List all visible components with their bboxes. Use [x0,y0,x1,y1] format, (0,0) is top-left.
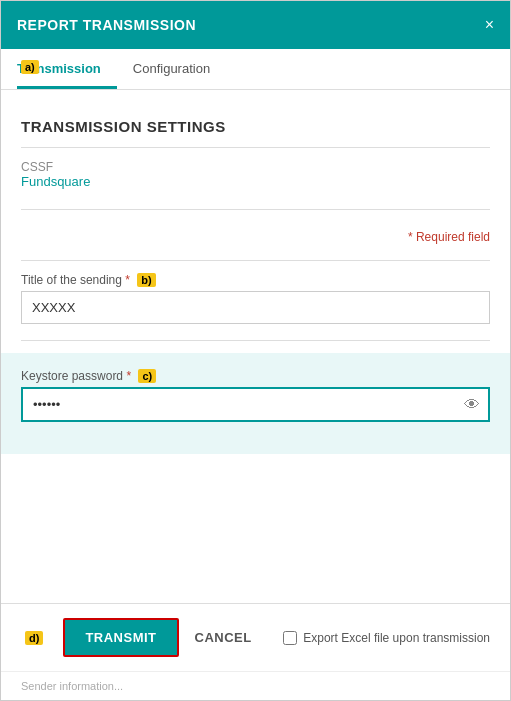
title-field-label: Title of the sending * b) [21,273,490,287]
tab-configuration[interactable]: Configuration [133,49,226,89]
required-notice: * Required field [21,230,490,244]
dialog-title: REPORT TRANSMISSION [17,17,196,33]
eye-icon[interactable]: 👁 [464,396,480,414]
cancel-button[interactable]: CANCEL [195,630,252,645]
keystore-section: Keystore password * c) 👁 [1,353,510,454]
tabs-bar: Transmission Configuration [1,49,510,90]
keystore-field-group: Keystore password * c) 👁 [21,369,490,422]
export-checkbox[interactable] [283,631,297,645]
bottom-hint: Sender information... [1,671,510,700]
info-label: CSSF [21,160,490,174]
dialog-header: REPORT TRANSMISSION × [1,1,510,49]
export-group: Export Excel file upon transmission [283,631,490,645]
close-button[interactable]: × [485,17,494,33]
annotation-d: d) [25,631,43,645]
export-label: Export Excel file upon transmission [303,631,490,645]
divider-4 [21,340,490,341]
divider-1 [21,147,490,148]
password-wrapper: 👁 [21,387,490,422]
annotation-b: b) [137,273,155,287]
annotation-c: c) [138,369,156,383]
dialog-body: a) TRANSMISSION SETTINGS CSSF Fundsquare… [1,90,510,603]
info-value: Fundsquare [21,174,490,189]
divider-2 [21,209,490,210]
title-field-group: Title of the sending * b) [21,273,490,324]
section-title: TRANSMISSION SETTINGS [21,118,490,135]
title-input[interactable] [21,291,490,324]
transmit-button[interactable]: TRANSMIT [63,618,178,657]
keystore-password-input[interactable] [21,387,490,422]
report-transmission-dialog: REPORT TRANSMISSION × Transmission Confi… [0,0,511,701]
dialog-footer: d) TRANSMIT CANCEL Export Excel file upo… [1,603,510,671]
divider-3 [21,260,490,261]
info-block: CSSF Fundsquare [21,160,490,189]
keystore-field-label: Keystore password * c) [21,369,490,383]
